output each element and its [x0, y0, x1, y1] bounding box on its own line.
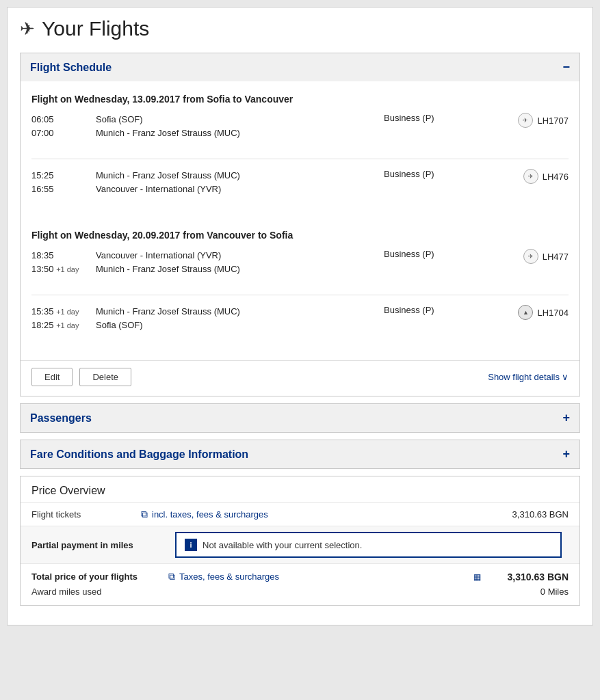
lufthansa-logo-2: ✈: [523, 169, 538, 184]
main-container: ✈ Your Flights Flight Schedule − Flight …: [7, 7, 593, 625]
fare-conditions-title: Fare Conditions and Baggage Information: [30, 448, 248, 461]
flight-segment-2: 15:25 16:55 Munich - Franz Josef Strauss…: [31, 169, 569, 205]
flight-number-3: LH477: [543, 252, 569, 262]
departure-airport-3: Vancouver - International (YVR): [96, 249, 384, 262]
flight-schedule-header[interactable]: Flight Schedule −: [21, 53, 579, 81]
flight-airports-3: Vancouver - International (YVR) Munich -…: [93, 249, 384, 275]
edit-button[interactable]: Edit: [31, 368, 73, 386]
passengers-section: Passengers +: [20, 403, 580, 433]
condor-logo-4: ▲: [518, 305, 533, 320]
show-details-text: Show flight details: [488, 372, 560, 382]
segment-divider-2: [31, 295, 569, 295]
total-price-amount: 3,310.63 BGN: [486, 571, 569, 582]
partial-payment-info-box: i Not available with your current select…: [175, 532, 562, 558]
flight-schedule-toggle[interactable]: −: [562, 60, 570, 75]
award-miles-label: Award miles used: [31, 587, 168, 597]
delete-button[interactable]: Delete: [79, 368, 131, 386]
fare-conditions-header[interactable]: Fare Conditions and Baggage Information …: [21, 440, 579, 468]
page-title: Your Flights: [42, 17, 149, 40]
total-price-row: Total price of your flights ⧉ Taxes, fee…: [21, 563, 579, 585]
flight-airline-3: ✈ LH477: [480, 249, 569, 264]
lufthansa-logo-3: ✈: [523, 249, 538, 264]
flight-tickets-note: incl. taxes, fees & surcharges: [152, 509, 268, 520]
copy-icon-1[interactable]: ⧉: [141, 509, 148, 520]
departure-time-4: 15:35 +1 day: [31, 305, 93, 319]
info-icon: i: [185, 539, 197, 551]
flight-schedule-title: Flight Schedule: [30, 62, 112, 74]
plus-day-3: +1 day: [56, 265, 79, 273]
award-miles-amount: 0 Miles: [486, 587, 569, 597]
action-buttons: Edit Delete: [31, 368, 131, 386]
segment-divider-1: [31, 159, 569, 159]
return-flight-header: Flight on Wednesday, 20.09.2017 from Van…: [31, 230, 569, 241]
flight-schedule-section: Flight Schedule − Flight on Wednesday, 1…: [20, 53, 580, 396]
flight-times-2: 15:25 16:55: [31, 169, 93, 196]
lufthansa-logo-1: ✈: [518, 113, 533, 128]
page-title-row: ✈ Your Flights: [20, 17, 580, 40]
arrival-airport-2: Vancouver - International (YVR): [96, 183, 384, 196]
flight-class-3: Business (P): [384, 249, 480, 259]
flight-times-4: 15:35 +1 day 18:25 +1 day: [31, 305, 93, 332]
award-miles-row: Award miles used 0 Miles: [21, 585, 579, 605]
airplane-icon: ✈: [20, 18, 35, 40]
flight-tickets-label: Flight tickets: [31, 509, 141, 520]
flight-times-3: 18:35 13:50 +1 day: [31, 249, 93, 275]
outbound-flight-header: Flight on Wednesday, 13.09.2017 from Sof…: [31, 94, 569, 105]
departure-airport-4: Munich - Franz Josef Strauss (MUC): [96, 305, 384, 319]
departure-time-1: 06:05: [31, 113, 93, 126]
plus-day-4a: +1 day: [56, 308, 79, 316]
flight-airports-4: Munich - Franz Josef Strauss (MUC) Sofia…: [93, 305, 384, 332]
copy-icon-2[interactable]: ⧉: [168, 571, 175, 582]
flight-class-2: Business (P): [384, 169, 480, 179]
passengers-header[interactable]: Passengers +: [21, 404, 579, 432]
price-overview-section: Price Overview Flight tickets ⧉ incl. ta…: [20, 476, 580, 606]
partial-payment-info-text: Not available with your current selectio…: [203, 540, 362, 550]
fare-conditions-section: Fare Conditions and Baggage Information …: [20, 440, 580, 469]
flight-segment-1: 06:05 07:00 Sofia (SOF) Munich - Franz J…: [31, 113, 569, 149]
price-overview-title: Price Overview: [31, 485, 105, 496]
partial-payment-label: Partial payment in miles: [31, 540, 168, 550]
flight-airline-4: ▲ LH1704: [480, 305, 569, 320]
arrival-airport-3: Munich - Franz Josef Strauss (MUC): [96, 262, 384, 276]
flight-number-4: LH1704: [537, 308, 569, 318]
arrival-airport-4: Sofia (SOF): [96, 319, 384, 332]
arrival-airport-1: Munich - Franz Josef Strauss (MUC): [96, 126, 384, 140]
flight-segment-3: 18:35 13:50 +1 day Vancouver - Internati…: [31, 249, 569, 285]
flight-airline-2: ✈ LH476: [480, 169, 569, 184]
partial-payment-row: Partial payment in miles i Not available…: [21, 526, 579, 563]
departure-airport-2: Munich - Franz Josef Strauss (MUC): [96, 169, 384, 183]
show-details-chevron: ∨: [562, 372, 569, 382]
flight-airports-1: Sofia (SOF) Munich - Franz Josef Strauss…: [93, 113, 384, 139]
flight-airports-2: Munich - Franz Josef Strauss (MUC) Vanco…: [93, 169, 384, 196]
departure-time-2: 15:25: [31, 169, 93, 183]
departure-airport-1: Sofia (SOF): [96, 113, 384, 126]
flight-number-2: LH476: [543, 172, 569, 182]
flight-segment-4: 15:35 +1 day 18:25 +1 day Munich - Franz…: [31, 305, 569, 341]
total-taxes-label: Taxes, fees & surcharges: [179, 571, 279, 582]
total-price-label: Total price of your flights: [31, 571, 168, 582]
flight-times-1: 06:05 07:00: [31, 113, 93, 139]
flight-airline-1: ✈ LH1707: [480, 113, 569, 128]
arrival-time-1: 07:00: [31, 126, 93, 140]
action-row: Edit Delete Show flight details ∨: [21, 360, 579, 396]
arrival-time-4: 18:25 +1 day: [31, 319, 93, 332]
arrival-time-2: 16:55: [31, 183, 93, 196]
flight-tickets-middle: ⧉ incl. taxes, fees & surcharges: [141, 509, 486, 520]
plus-day-4b: +1 day: [56, 321, 79, 329]
flight-tickets-row: Flight tickets ⧉ incl. taxes, fees & sur…: [21, 502, 579, 526]
passengers-title: Passengers: [30, 412, 92, 425]
price-overview-header: Price Overview: [21, 476, 579, 502]
day-separator: [31, 215, 569, 227]
flight-tickets-amount: 3,310.63 BGN: [486, 509, 569, 520]
flight-class-4: Business (P): [384, 305, 480, 315]
arrival-time-3: 13:50 +1 day: [31, 262, 93, 276]
passengers-toggle[interactable]: +: [562, 411, 570, 425]
show-details-link[interactable]: Show flight details ∨: [488, 372, 569, 382]
departure-time-3: 18:35: [31, 249, 93, 262]
flight-schedule-content: Flight on Wednesday, 13.09.2017 from Sof…: [21, 81, 579, 360]
flight-class-1: Business (P): [384, 113, 480, 123]
calculator-icon[interactable]: ▦: [473, 572, 481, 582]
flight-number-1: LH1707: [537, 116, 569, 126]
fare-conditions-toggle[interactable]: +: [562, 447, 570, 461]
